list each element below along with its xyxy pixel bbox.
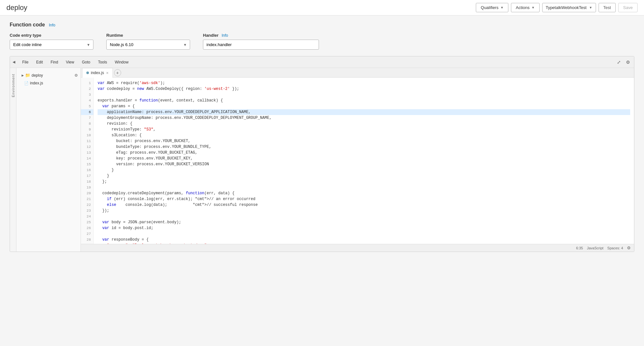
- line-number: 3: [81, 92, 93, 98]
- app-title: deploy: [6, 4, 27, 12]
- code-line: }: [98, 167, 630, 173]
- line-number: 12: [81, 144, 93, 150]
- line-number: 20: [81, 190, 93, 196]
- code-line: var body = JSON.parse(event.body);: [98, 219, 630, 225]
- actions-button[interactable]: Actions ▼: [511, 3, 540, 12]
- header-actions: Qualifiers ▼ Actions ▼ TypetalkWebhookTe…: [476, 3, 638, 12]
- top-header: deploy Qualifiers ▼ Actions ▼ TypetalkWe…: [0, 0, 644, 15]
- settings-icon[interactable]: ⚙: [625, 58, 631, 66]
- code-line: bucket: process.env.YOUR_BUCKET,: [98, 138, 630, 144]
- runtime-group: Runtime Node.js 6.10 ▼: [106, 33, 190, 50]
- file-tree-header: ▶ 📁 deploy ⚙: [16, 71, 81, 80]
- line-number: 2: [81, 86, 93, 92]
- code-line: applicationName: process.env.YOUR_CODEDE…: [98, 109, 630, 115]
- editor-menu: File Edit Find View Goto Tools Window: [18, 57, 132, 67]
- code-line: revisionType: "S3",: [98, 127, 630, 132]
- editor-toolbar-right: ⤢ ⚙: [613, 58, 634, 66]
- runtime-select[interactable]: Node.js 6.10: [106, 40, 190, 50]
- toolbar-nav-arrows: ◀: [13, 60, 15, 64]
- code-line: var AWS = require('aws-sdk');: [98, 80, 630, 86]
- tab-add-button[interactable]: +: [114, 69, 121, 76]
- code-area: index.js ✕ + 123456789101112131415161718…: [81, 68, 634, 252]
- test-button[interactable]: Test: [599, 3, 616, 12]
- line-number: 1: [81, 80, 93, 86]
- line-number: 25: [81, 219, 93, 225]
- code-line: }: [98, 173, 630, 179]
- line-number: 17: [81, 173, 93, 179]
- fullscreen-icon[interactable]: ⤢: [616, 58, 622, 66]
- code-line: else console.log(data); "cmt">// success…: [98, 202, 630, 208]
- status-settings-icon[interactable]: ⚙: [627, 245, 631, 250]
- handler-group: Handler Info: [203, 33, 319, 50]
- menu-find[interactable]: Find: [47, 57, 62, 67]
- editor-body: Environment ▶ 📁 deploy ⚙ 📄 index.js: [10, 68, 634, 252]
- line-number: 18: [81, 179, 93, 185]
- code-line: });: [98, 208, 630, 214]
- folder-name: deploy: [32, 73, 43, 78]
- folder-item-deploy[interactable]: ▶ 📁 deploy: [19, 72, 45, 79]
- editor-toolbar: ◀ File Edit Find View Goto Tools Window …: [10, 56, 634, 68]
- tab-close-icon[interactable]: ✕: [106, 71, 109, 75]
- code-line: exports.handler = function(event, contex…: [98, 98, 630, 103]
- handler-input[interactable]: [203, 40, 319, 50]
- tab-label: index.js: [91, 71, 104, 75]
- code-tab-index-js[interactable]: index.js ✕: [82, 68, 113, 78]
- editor-container: ◀ File Edit Find View Goto Tools Window …: [10, 56, 634, 252]
- line-numbers: 1234567891011121314151617181920212223242…: [81, 78, 94, 244]
- line-number: 8: [81, 121, 93, 127]
- code-line: [98, 214, 630, 219]
- menu-goto[interactable]: Goto: [78, 57, 94, 67]
- editor-sidebar: Environment: [10, 68, 16, 252]
- menu-tools[interactable]: Tools: [94, 57, 111, 67]
- back-arrow-icon[interactable]: ◀: [13, 60, 15, 64]
- code-line: var id = body.post.id;: [98, 225, 630, 231]
- line-number: 16: [81, 167, 93, 173]
- line-number: 6: [81, 109, 93, 115]
- qualifiers-button[interactable]: Qualifiers ▼: [476, 3, 508, 12]
- line-number: 23: [81, 208, 93, 214]
- line-number: 26: [81, 225, 93, 231]
- code-line: };: [98, 179, 630, 185]
- code-lines[interactable]: var AWS = require('aws-sdk');var codedep…: [94, 78, 634, 244]
- qualifier-select[interactable]: TypetalkWebhookTest ▼: [542, 3, 596, 12]
- line-number: 9: [81, 127, 93, 132]
- runtime-select-wrapper: Node.js 6.10 ▼: [106, 40, 190, 50]
- code-entry-type-label: Code entry type: [10, 33, 93, 38]
- editor-status-bar: 6:35 JavaScript Spaces: 4 ⚙: [81, 244, 634, 252]
- qualifier-select-caret-icon: ▼: [589, 6, 592, 9]
- code-line: [98, 92, 630, 98]
- code-line: version: process.env.YOUR_BUCKET_VERSION: [98, 161, 630, 167]
- qualifiers-caret-icon: ▼: [500, 6, 504, 9]
- line-number: 22: [81, 202, 93, 208]
- line-number: 21: [81, 196, 93, 202]
- code-line: var codedeploy = new AWS.CodeDeploy({ re…: [98, 86, 630, 92]
- code-line: eTag: process.env.YOUR_BUCKET_ETAG,: [98, 150, 630, 156]
- cursor-position: 6:35: [576, 246, 583, 250]
- code-entry-type-select[interactable]: Edit code inline: [10, 40, 93, 50]
- handler-info-link[interactable]: Info: [222, 33, 228, 38]
- menu-view[interactable]: View: [62, 57, 78, 67]
- function-code-info-link[interactable]: Info: [49, 23, 55, 27]
- tab-file-icon: [86, 72, 89, 74]
- save-button[interactable]: Save: [618, 3, 638, 12]
- code-line: codedeploy.createDeployment(params, func…: [98, 190, 630, 196]
- menu-edit[interactable]: Edit: [32, 57, 47, 67]
- code-content[interactable]: 1234567891011121314151617181920212223242…: [81, 78, 634, 244]
- file-item-index[interactable]: 📄 index.js: [16, 80, 81, 86]
- menu-file[interactable]: File: [18, 57, 32, 67]
- line-number: 14: [81, 156, 93, 161]
- code-line: if (err) console.log(err, err.stack); "c…: [98, 196, 630, 202]
- spaces-setting: Spaces: 4: [607, 246, 623, 250]
- line-number: 10: [81, 132, 93, 138]
- code-tabs: index.js ✕ +: [81, 68, 634, 78]
- folder-expand-icon: ▶: [22, 74, 24, 77]
- runtime-label: Runtime: [106, 33, 190, 38]
- line-number: 11: [81, 138, 93, 144]
- code-line: key: process.env.YOUR_BUCKET_KEY,: [98, 156, 630, 161]
- menu-window[interactable]: Window: [111, 57, 132, 67]
- code-line: [98, 231, 630, 237]
- tree-settings-icon[interactable]: ⚙: [74, 73, 78, 78]
- editor-toolbar-left: ◀ File Edit Find View Goto Tools Window: [10, 57, 135, 67]
- code-line: deploymentGroupName: process.env.YOUR_CO…: [98, 115, 630, 121]
- file-name: index.js: [30, 81, 43, 85]
